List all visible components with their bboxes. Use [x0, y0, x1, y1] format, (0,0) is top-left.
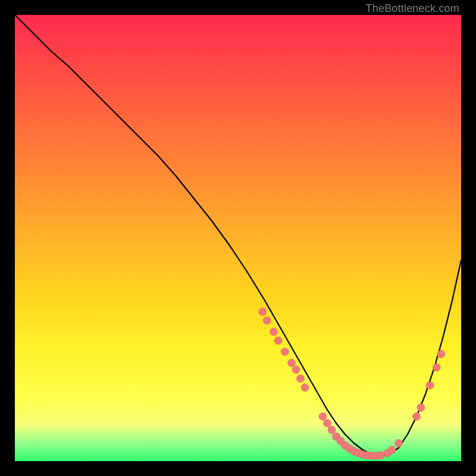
data-point	[281, 348, 289, 356]
data-point	[328, 426, 336, 434]
data-point	[259, 308, 267, 315]
watermark-text: TheBottleneck.com	[366, 2, 459, 15]
data-point	[417, 404, 425, 412]
data-point	[274, 337, 282, 345]
data-point	[288, 359, 296, 367]
data-point	[270, 328, 278, 336]
data-point	[292, 366, 300, 374]
data-point	[426, 381, 434, 389]
chart-frame: TheBottleneck.com	[0, 0, 476, 476]
data-point	[395, 440, 403, 447]
data-point	[301, 384, 309, 392]
data-point	[263, 317, 271, 324]
plot-area	[15, 15, 461, 461]
data-point	[388, 446, 396, 454]
chart-svg	[15, 15, 461, 461]
bottleneck-curve	[15, 15, 461, 456]
data-point	[324, 419, 331, 427]
data-point	[319, 413, 327, 421]
data-markers	[259, 308, 445, 459]
data-point	[437, 350, 445, 358]
data-point	[297, 375, 305, 383]
data-point	[433, 364, 440, 371]
data-point	[413, 413, 421, 421]
